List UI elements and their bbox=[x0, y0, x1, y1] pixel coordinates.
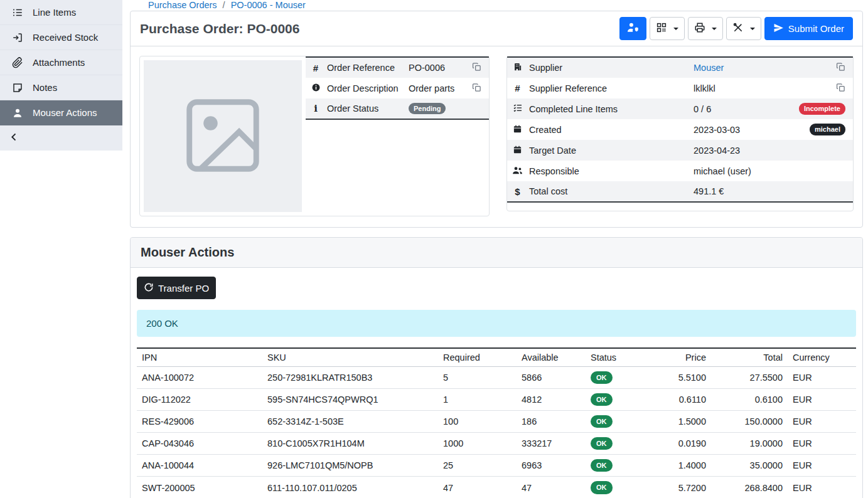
supplier-label: Supplier bbox=[524, 57, 689, 78]
cell-currency: EUR bbox=[788, 389, 856, 411]
breadcrumb-link-purchase-orders[interactable]: Purchase Orders bbox=[148, 0, 217, 10]
breadcrumb-separator: / bbox=[223, 0, 225, 10]
cell-ipn: RES-429006 bbox=[137, 411, 262, 433]
completed-line-items-label: Completed Line Items bbox=[524, 98, 689, 119]
sidebar-item-attachments[interactable]: Attachments bbox=[0, 50, 122, 75]
send-icon bbox=[773, 23, 784, 35]
supplier-details-table: Supplier Mouser # Supplier Reference lkl… bbox=[507, 56, 853, 203]
barcode-actions-button[interactable] bbox=[650, 17, 685, 40]
qrcode-icon bbox=[656, 22, 667, 35]
list-check-icon bbox=[507, 98, 524, 119]
main-content: Purchase Orders / PO-0006 - Mouser Purch… bbox=[122, 0, 868, 498]
cell-ipn: CAP-043046 bbox=[137, 433, 262, 455]
header-actions: Submit Order bbox=[619, 17, 853, 40]
parts-table-body: ANA-100072 250-72981KLRATR150B3 5 5866 O… bbox=[137, 367, 856, 498]
mouser-actions-panel: Mouser Actions Transfer PO 200 OK bbox=[130, 237, 863, 498]
table-row: ANA-100072 250-72981KLRATR150B3 5 5866 O… bbox=[137, 367, 856, 389]
cell-total: 27.5500 bbox=[711, 367, 788, 389]
responsible-row: Responsible michael (user) bbox=[507, 161, 853, 181]
copy-icon[interactable] bbox=[836, 62, 845, 72]
cell-required: 25 bbox=[438, 455, 517, 477]
status-ok-badge: OK bbox=[591, 371, 613, 384]
column-header-price: Price bbox=[648, 348, 711, 367]
total-cost-value: 491.1 € bbox=[689, 181, 776, 202]
hash-icon: # bbox=[507, 78, 524, 98]
target-date-label: Target Date bbox=[524, 140, 689, 161]
cell-currency: EUR bbox=[788, 455, 856, 477]
table-row: CAP-043046 810-C1005X7R1H104M 1000 33321… bbox=[137, 433, 856, 455]
column-header-currency: Currency bbox=[788, 348, 856, 367]
cell-total: 150.0000 bbox=[711, 411, 788, 433]
transfer-po-label: Transfer PO bbox=[158, 283, 209, 294]
print-actions-button[interactable] bbox=[688, 17, 723, 40]
cell-price: 1.5000 bbox=[648, 411, 711, 433]
user-icon bbox=[11, 107, 24, 119]
order-details-table: # Order Reference PO-0006 Order Descript… bbox=[306, 56, 489, 120]
dollar-icon: $ bbox=[507, 181, 524, 202]
sidebar-item-received-stock[interactable]: Received Stock bbox=[0, 25, 122, 50]
image-placeholder-icon bbox=[178, 91, 267, 182]
caret-down-icon bbox=[712, 28, 717, 30]
column-header-status: Status bbox=[586, 348, 648, 367]
calendar-icon bbox=[507, 119, 524, 140]
order-image-placeholder[interactable] bbox=[144, 60, 302, 212]
column-header-available: Available bbox=[517, 348, 586, 367]
sidebar-item-notes[interactable]: Notes bbox=[0, 75, 122, 100]
user-actions-button[interactable] bbox=[619, 17, 646, 40]
incomplete-badge: Incomplete bbox=[799, 103, 845, 114]
sidebar-item-label: Attachments bbox=[33, 57, 85, 68]
cell-sku: 652-3314Z-1-503E bbox=[262, 411, 438, 433]
order-reference-value: PO-0006 bbox=[404, 57, 465, 78]
order-reference-row: # Order Reference PO-0006 bbox=[306, 57, 489, 78]
refresh-icon bbox=[144, 282, 154, 294]
transfer-po-button[interactable]: Transfer PO bbox=[137, 277, 216, 299]
sidebar-item-line-items[interactable]: Line Items bbox=[0, 0, 122, 25]
chevron-left-icon bbox=[8, 131, 20, 145]
sidebar-collapse-button[interactable] bbox=[0, 125, 122, 151]
cell-required: 47 bbox=[438, 477, 517, 498]
order-description-value: Order parts bbox=[404, 78, 465, 98]
table-row: ANA-100044 926-LMC7101QM5/NOPB 25 6963 O… bbox=[137, 455, 856, 477]
breadcrumb-link-current-order[interactable]: PO-0006 - Mouser bbox=[231, 0, 306, 10]
order-actions-button[interactable] bbox=[726, 17, 761, 40]
cell-status: OK bbox=[586, 433, 648, 455]
cell-status: OK bbox=[586, 411, 648, 433]
person-shield-icon bbox=[626, 21, 639, 36]
submit-order-button[interactable]: Submit Order bbox=[764, 17, 853, 40]
parts-table: IPN SKU Required Available Status Price … bbox=[137, 347, 856, 498]
cell-ipn: ANA-100044 bbox=[137, 455, 262, 477]
calendar-icon bbox=[507, 140, 524, 161]
cell-currency: EUR bbox=[788, 477, 856, 498]
hash-icon: # bbox=[306, 57, 322, 78]
supplier-details-card: Supplier Mouser # Supplier Reference lkl… bbox=[506, 56, 854, 211]
order-details-card: # Order Reference PO-0006 Order Descript… bbox=[139, 56, 490, 216]
mouser-actions-title: Mouser Actions bbox=[141, 245, 852, 260]
order-reference-label: Order Reference bbox=[322, 57, 404, 78]
supplier-row: Supplier Mouser bbox=[507, 57, 853, 78]
page-title: Purchase Order: PO-0006 bbox=[140, 21, 299, 36]
cell-status: OK bbox=[586, 389, 648, 411]
status-ok-badge: OK bbox=[591, 459, 613, 472]
cell-price: 0.6110 bbox=[648, 389, 711, 411]
cell-sku: 810-C1005X7R1H104M bbox=[262, 433, 438, 455]
supplier-link[interactable]: Mouser bbox=[694, 63, 724, 73]
sidebar-item-label: Mouser Actions bbox=[33, 107, 97, 118]
users-icon bbox=[507, 161, 524, 181]
order-status-badge: Pending bbox=[409, 103, 446, 114]
copy-icon[interactable] bbox=[836, 83, 845, 92]
order-description-label: Order Description bbox=[322, 78, 404, 98]
paperclip-icon bbox=[11, 57, 24, 68]
sign-in-icon bbox=[11, 32, 24, 43]
completed-line-items-value: 0 / 6 bbox=[689, 98, 776, 119]
order-status-row: i Order Status Pending bbox=[306, 98, 489, 119]
cell-ipn: SWT-200005 bbox=[137, 477, 262, 498]
copy-icon[interactable] bbox=[472, 62, 481, 72]
sidebar-item-mouser-actions[interactable]: Mouser Actions bbox=[0, 100, 122, 125]
cell-available: 6963 bbox=[517, 455, 586, 477]
created-label: Created bbox=[524, 119, 689, 140]
responsible-value: michael (user) bbox=[689, 161, 776, 181]
mouser-actions-body: Transfer PO 200 OK IPN SKU Required Avai… bbox=[131, 268, 862, 498]
order-panel: Purchase Order: PO-0006 bbox=[130, 11, 863, 228]
copy-icon[interactable] bbox=[472, 83, 481, 92]
status-ok-badge: OK bbox=[591, 415, 613, 428]
